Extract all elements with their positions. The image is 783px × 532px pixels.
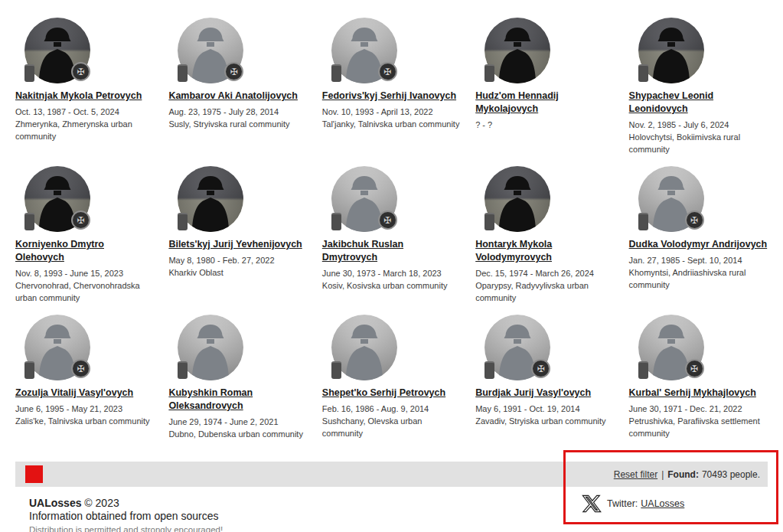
- person-dates: June 29, 1974 - June 2, 2021: [168, 416, 307, 428]
- person-name-link[interactable]: Shypachev Leonid Leonidovych: [629, 90, 768, 116]
- pagination-items: [25, 465, 168, 483]
- person-card: Kubyshkin Roman Oleksandrovych June 29, …: [168, 315, 307, 440]
- memorial-candle-icon: [484, 64, 494, 82]
- person-card: ✠ Fedorivs'kyj Serhij Ivanovych Nov. 10,…: [322, 18, 461, 130]
- footer-distribution-note: Distribution is permitted and strongly e…: [29, 524, 223, 532]
- pagination-item[interactable]: [25, 465, 43, 483]
- person-avatar[interactable]: [331, 315, 397, 380]
- unit-insignia-icon: ✠: [71, 211, 90, 230]
- unit-insignia-icon: ✠: [531, 359, 550, 378]
- person-name-link[interactable]: Hontaryk Mykola Volodymyrovych: [475, 238, 614, 264]
- person-name-link[interactable]: Kambarov Aki Anatolijovych: [168, 90, 298, 103]
- person-name-link[interactable]: Zozulja Vitalij Vasyl'ovych: [15, 387, 133, 400]
- person-dates: Nov. 8, 1993 - June 15, 2023: [15, 267, 154, 279]
- memorial-candle-icon: [484, 213, 494, 230]
- memorial-candle-icon: [24, 361, 34, 379]
- found-count: 70493 people.: [702, 469, 760, 480]
- memorial-candle-icon: [484, 361, 494, 379]
- person-avatar[interactable]: [484, 18, 550, 83]
- person-dates: Jan. 27, 1985 - Sept. 10, 2014: [629, 254, 768, 266]
- person-avatar[interactable]: ✠: [638, 315, 704, 380]
- person-name-link[interactable]: Hudz'om Hennadij Mykolajovych: [475, 90, 614, 116]
- previous-row-locations: [0, 0, 783, 3]
- twitter-handle-link[interactable]: UALosses: [641, 498, 684, 509]
- person-dates: ? - ?: [475, 119, 614, 131]
- person-location: Dubno, Dubenska urban community: [168, 428, 307, 440]
- person-card: ✠ Dudka Volodymyr Andrijovych Jan. 27, 1…: [629, 166, 768, 291]
- person-location: Susly, Stryivska rural community: [168, 118, 307, 130]
- memorial-candle-icon: [638, 64, 648, 82]
- person-avatar[interactable]: ✠: [331, 166, 397, 232]
- memorial-candle-icon: [331, 64, 341, 82]
- person-name-link[interactable]: Nakitnjak Mykola Petrovych: [15, 90, 142, 103]
- person-name-link[interactable]: Jakibchuk Ruslan Dmytrovych: [322, 238, 461, 264]
- person-avatar[interactable]: [638, 18, 704, 83]
- twitter-block: Twitter: UALosses: [582, 494, 684, 514]
- reset-filter-link[interactable]: Reset filter: [614, 469, 657, 480]
- person-dates: Nov. 10, 1993 - April 13, 2022: [322, 106, 461, 118]
- filter-separator: |: [661, 469, 664, 480]
- person-name-link[interactable]: Burdjak Jurij Vasyl'ovych: [475, 387, 591, 400]
- person-name-link[interactable]: Dudka Volodymyr Andrijovych: [629, 238, 768, 251]
- person-avatar[interactable]: ✠: [484, 315, 550, 380]
- memorial-candle-icon: [178, 361, 188, 379]
- people-cards-grid: ✠ Nakitnjak Mykola Petrovych Oct. 13, 19…: [15, 18, 768, 440]
- person-location: Sushchany, Olevska urban community: [322, 415, 461, 439]
- memorial-candle-icon: [24, 213, 34, 230]
- person-location: Khomyntsi, Andriiashivska rural communit…: [629, 266, 768, 291]
- person-name-link[interactable]: Kubyshkin Roman Oleksandrovych: [168, 387, 307, 413]
- person-name-link[interactable]: Korniyenko Dmytro Olehovych: [15, 238, 154, 264]
- person-card: ✠ Nakitnjak Mykola Petrovych Oct. 13, 19…: [15, 18, 154, 142]
- person-avatar[interactable]: [178, 166, 243, 232]
- person-dates: Dec. 15, 1974 - March 26, 2024: [475, 267, 614, 279]
- person-dates: June 30, 1971 - Dec. 21, 2022: [629, 403, 768, 415]
- person-card: ✠ Burdjak Jurij Vasyl'ovych May 6, 1991 …: [475, 315, 614, 427]
- found-label: Found:: [667, 469, 699, 480]
- person-avatar[interactable]: ✠: [24, 166, 90, 232]
- person-name-link[interactable]: Bilets'kyj Jurij Yevhenijovych: [168, 238, 302, 251]
- person-card: ✠ Kambarov Aki Anatolijovych Aug. 23, 19…: [168, 18, 307, 130]
- memorial-candle-icon: [638, 213, 648, 230]
- footer-source-note: Information obtained from open sources: [29, 510, 223, 523]
- person-avatar[interactable]: [178, 315, 243, 380]
- person-card: ✠ Korniyenko Dmytro Olehovych Nov. 8, 19…: [15, 166, 154, 304]
- footer-info: UALosses © 2023 Information obtained fro…: [29, 497, 223, 532]
- copyright-year: © 2023: [81, 497, 119, 509]
- person-avatar[interactable]: ✠: [331, 18, 397, 83]
- person-location: Kharkiv Oblast: [168, 266, 307, 279]
- avatar-photo-circle: [484, 18, 550, 83]
- unit-insignia-icon: ✠: [224, 62, 243, 81]
- person-card: ✠ Zozulja Vitalij Vasyl'ovych June 6, 19…: [15, 315, 154, 427]
- person-location: Chervonohrad, Chervonohradska urban comm…: [15, 279, 154, 304]
- footer-copyright: UALosses © 2023: [29, 497, 223, 510]
- pagination-bar: Reset filter|Found:70493 people.: [15, 462, 768, 487]
- person-location: Holovchytsi, Bokiimivska rural community: [629, 131, 768, 155]
- unit-insignia-icon: ✠: [685, 211, 704, 230]
- person-location: Zavadiv, Stryiska urban community: [475, 415, 614, 427]
- person-location: Kosiv, Kosivska urban community: [322, 279, 461, 292]
- person-name-link[interactable]: Kurbal' Serhij Mykhajlovych: [629, 387, 756, 400]
- person-location: Oparypsy, Radyvylivska urban community: [475, 279, 614, 304]
- person-dates: Nov. 2, 1985 - July 6, 2024: [629, 119, 768, 131]
- person-card: Bilets'kyj Jurij Yevhenijovych May 8, 19…: [168, 166, 307, 279]
- soldier-silhouette-icon: [484, 18, 550, 83]
- person-avatar[interactable]: ✠: [178, 18, 243, 83]
- soldier-silhouette-icon: [178, 315, 243, 380]
- person-card: Shypachev Leonid Leonidovych Nov. 2, 198…: [629, 18, 768, 155]
- person-name-link[interactable]: Fedorivs'kyj Serhij Ivanovych: [322, 90, 456, 103]
- twitter-label: Twitter:: [607, 498, 638, 509]
- memorial-candle-icon: [638, 361, 648, 379]
- avatar-photo-circle: [178, 315, 243, 380]
- person-dates: Feb. 16, 1986 - Aug. 9, 2014: [322, 403, 461, 415]
- person-avatar[interactable]: [484, 166, 550, 232]
- person-name-link[interactable]: Shepet'ko Serhij Petrovych: [322, 387, 445, 400]
- person-card: Hudz'om Hennadij Mykolajovych ? - ?: [475, 18, 614, 131]
- person-card: Hontaryk Mykola Volodymyrovych Dec. 15, …: [475, 166, 614, 304]
- person-avatar[interactable]: ✠: [638, 166, 704, 232]
- soldier-silhouette-icon: [484, 166, 550, 232]
- person-card: ✠ Kurbal' Serhij Mykhajlovych June 30, 1…: [629, 315, 768, 439]
- person-avatar[interactable]: ✠: [24, 18, 90, 83]
- person-avatar[interactable]: ✠: [24, 315, 90, 380]
- avatar-photo-circle: [484, 166, 550, 232]
- x-twitter-icon: [582, 494, 602, 514]
